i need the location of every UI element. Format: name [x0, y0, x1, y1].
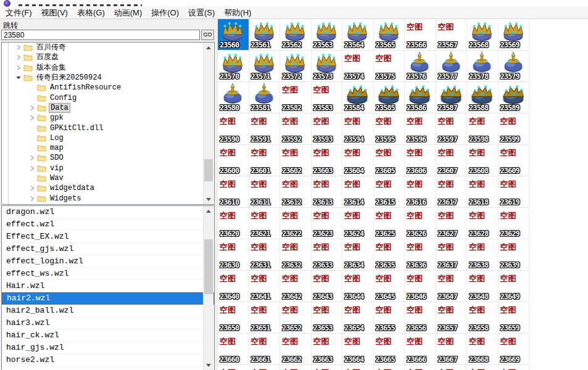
sprite-cell-23653[interactable]: 空图23653: [312, 302, 343, 334]
sprite-cell-23618[interactable]: 空图23618: [467, 176, 499, 208]
sprite-cell-23673[interactable]: 空图23673: [312, 365, 343, 370]
sprite-cell-23679[interactable]: 空图23679: [499, 365, 530, 370]
sprite-cell-23603[interactable]: 空图23603: [312, 145, 343, 176]
sprite-cell-23674[interactable]: 空图23674: [342, 365, 374, 370]
sprite-cell-23654[interactable]: 空图23654: [342, 302, 374, 334]
sprite-cell-23630[interactable]: 空图23630: [218, 239, 249, 271]
sprite-cell-23589[interactable]: 23589: [499, 82, 530, 113]
sprite-cell-23617[interactable]: 空图23617: [436, 176, 468, 208]
chevron-right-icon[interactable]: [29, 195, 35, 202]
sprite-cell-23629[interactable]: 空图23629: [499, 208, 530, 239]
scroll-down-icon[interactable]: [204, 360, 213, 370]
sprite-cell-23578[interactable]: 23578: [467, 51, 499, 82]
sprite-cell-23666[interactable]: 空图23666: [405, 334, 436, 365]
chevron-right-icon[interactable]: [29, 185, 35, 191]
sprite-cell-23590[interactable]: 空图23590: [218, 113, 249, 145]
tree-item-版本合集[interactable]: 版本合集: [2, 63, 214, 73]
tree-item-Config[interactable]: Config: [2, 92, 214, 102]
sprite-cell-23650[interactable]: 空图23650: [218, 302, 249, 334]
sprite-cell-23657[interactable]: 空图23657: [436, 302, 468, 334]
file-item-dragon.wzl[interactable]: dragon.wzl: [2, 206, 214, 218]
sprite-cell-23596[interactable]: 空图23596: [405, 113, 436, 145]
sprite-cell-23600[interactable]: 空图23600: [218, 145, 249, 176]
sprite-cell-23659[interactable]: 空图23659: [499, 302, 530, 334]
menu-item-6[interactable]: 帮助(H): [220, 7, 255, 19]
sprite-cell-23665[interactable]: 空图23665: [374, 334, 405, 365]
file-item-hair_gjs.wzl[interactable]: hair_gjs.wzl: [2, 342, 214, 354]
go-button[interactable]: GO: [201, 30, 214, 40]
sprite-cell-23571[interactable]: 23571: [249, 51, 281, 82]
sprite-cell-23560[interactable]: 23560: [218, 19, 249, 51]
sprite-cell-23594[interactable]: 空图23594: [342, 113, 374, 145]
sprite-cell-23670[interactable]: 空图23670: [218, 365, 249, 370]
sprite-cell-23612[interactable]: 空图23612: [280, 176, 312, 208]
sprite-cell-23627[interactable]: 空图23627: [436, 208, 468, 239]
sprite-cell-23564[interactable]: 23564: [342, 19, 374, 51]
sprite-cell-23593[interactable]: 空图23593: [312, 113, 343, 145]
file-item-horse2.wzl[interactable]: horse2.wzl: [2, 354, 214, 366]
chevron-right-icon[interactable]: [29, 105, 35, 111]
sprite-cell-23675[interactable]: 空图23675: [374, 365, 405, 370]
sprite-cell-23637[interactable]: 空图23637: [436, 239, 468, 271]
sprite-cell-23591[interactable]: 空图23591: [249, 113, 281, 145]
sprite-cell-23573[interactable]: 23573: [312, 51, 343, 82]
jump-input[interactable]: [1, 30, 200, 40]
sprite-cell-23581[interactable]: 23581: [249, 82, 281, 113]
tree-item-Log[interactable]: Log: [2, 133, 214, 143]
chevron-right-icon[interactable]: [15, 65, 22, 71]
sprite-cell-23648[interactable]: 空图23648: [467, 271, 499, 302]
sprite-cell-23623[interactable]: 空图23623: [312, 208, 343, 239]
sprite-cell-23677[interactable]: 空图23677: [436, 365, 468, 370]
sprite-cell-23561[interactable]: 23561: [249, 19, 281, 51]
sprite-cell-23656[interactable]: 空图23656: [405, 302, 436, 334]
sprite-cell-23582[interactable]: 空图23582: [280, 82, 312, 113]
sprite-cell-23614[interactable]: 空图23614: [342, 176, 374, 208]
menu-item-3[interactable]: 动画(M): [110, 7, 146, 19]
sprite-cell-23622[interactable]: 空图23622: [280, 208, 312, 239]
sprite-cell-23649[interactable]: 空图23649: [499, 271, 530, 302]
sprite-cell-23572[interactable]: 23572: [280, 51, 312, 82]
file-item-effect_gjs.wzl[interactable]: effect_gjs.wzl: [2, 243, 214, 255]
sprite-cell-23605[interactable]: 空图23605: [374, 145, 405, 176]
sprite-cell-23633[interactable]: 空图23633: [312, 239, 343, 271]
sprite-cell-23585[interactable]: 23585: [374, 82, 405, 113]
sprite-cell-23641[interactable]: 空图23641: [249, 271, 281, 302]
sprite-cell-23644[interactable]: 空图23644: [342, 271, 374, 302]
sprite-cell-23626[interactable]: 空图23626: [405, 208, 436, 239]
sprite-cell-23599[interactable]: 空图23599: [499, 113, 530, 145]
sprite-cell-23588[interactable]: 23588: [467, 82, 499, 113]
sprite-cell-23655[interactable]: 空图23655: [374, 302, 405, 334]
sprite-cell-23678[interactable]: 空图23678: [467, 365, 499, 370]
sprite-cell-23651[interactable]: 空图23651: [249, 302, 281, 334]
menu-item-1[interactable]: 视图(V): [38, 7, 72, 19]
sprite-cell-23595[interactable]: 空图23595: [374, 113, 405, 145]
menu-item-4[interactable]: 操作(O): [147, 7, 183, 19]
scroll-up-icon[interactable]: [204, 206, 213, 216]
tree-item-Widgets[interactable]: Widgets: [2, 193, 214, 203]
file-list-scrollbar-thumb[interactable]: [204, 239, 213, 294]
sprite-cell-23668[interactable]: 空图23668: [467, 334, 499, 365]
sprite-cell-23579[interactable]: 23579: [499, 51, 530, 82]
sprite-cell-23671[interactable]: 空图23671: [249, 365, 281, 370]
sprite-cell-23570[interactable]: 23570: [218, 51, 249, 82]
scroll-down-icon[interactable]: [204, 194, 213, 204]
scroll-up-icon[interactable]: [204, 43, 213, 52]
sprite-cell-23606[interactable]: 空图23606: [405, 145, 436, 176]
sprite-cell-23669[interactable]: 空图23669: [499, 334, 530, 365]
tree-item-map[interactable]: map: [2, 143, 214, 153]
sprite-cell-23583[interactable]: 空图23583: [312, 82, 343, 113]
sprite-cell-23574[interactable]: 空图23574: [342, 51, 374, 82]
sprite-cell-23598[interactable]: 空图23598: [467, 113, 499, 145]
file-item-effect_ws.wzl[interactable]: effect_ws.wzl: [2, 268, 214, 280]
tree-item-GPKitClt.dll[interactable]: GPKitClt.dll: [2, 123, 214, 133]
sprite-cell-23616[interactable]: 空图23616: [405, 176, 436, 208]
sprite-cell-23575[interactable]: 空图23575: [374, 51, 405, 82]
sprite-cell-23660[interactable]: 空图23660: [218, 334, 249, 365]
sprite-cell-23621[interactable]: 空图23621: [249, 208, 281, 239]
sprite-cell-23584[interactable]: 23584: [342, 82, 374, 113]
sprite-cell-23658[interactable]: 空图23658: [467, 302, 499, 334]
chevron-right-icon[interactable]: [29, 115, 35, 121]
chevron-right-icon[interactable]: [15, 54, 22, 60]
tree-item-传奇归来20250924[interactable]: 传奇归来20250924: [2, 73, 214, 83]
sprite-cell-23661[interactable]: 空图23661: [249, 334, 281, 365]
